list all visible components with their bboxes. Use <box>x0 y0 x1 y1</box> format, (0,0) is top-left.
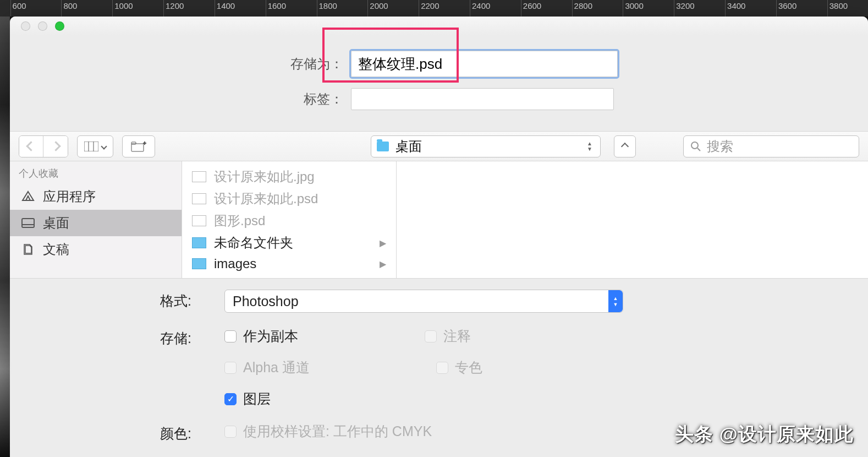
collapse-button[interactable] <box>614 135 636 157</box>
format-select[interactable]: Photoshop ▲▼ <box>224 290 623 313</box>
svg-rect-0 <box>84 142 98 151</box>
ruler-tick: 1400 <box>215 0 235 17</box>
file-item[interactable]: images▶ <box>182 254 396 274</box>
browser-toolbar: 桌面 ▲▼ 搜索 <box>10 131 868 161</box>
sidebar-icon <box>21 243 35 255</box>
folder-icon <box>377 142 389 151</box>
ruler-tick: 3200 <box>674 0 694 17</box>
ruler-tick: 1200 <box>163 0 184 17</box>
layers-check[interactable]: ✓图层 <box>224 390 271 408</box>
updown-icon: ▲▼ <box>585 142 595 151</box>
file-column: 设计原来如此.jpg设计原来如此.psd图形.psd未命名文件夹▶images▶ <box>182 161 397 278</box>
file-item: 设计原来如此.psd <box>182 188 396 210</box>
save-as-dialog: 存储为： 标签： 桌面 ▲▼ <box>10 17 868 457</box>
ruler-tick: 2400 <box>470 0 490 17</box>
minimize-icon[interactable] <box>38 21 47 31</box>
top-fields: 存储为： 标签： <box>10 35 868 131</box>
ruler-tick: 2600 <box>521 0 541 17</box>
folder-plus-icon <box>131 141 146 152</box>
svg-line-8 <box>697 148 700 151</box>
location-select[interactable]: 桌面 ▲▼ <box>371 135 601 157</box>
alpha-check: Alpha 通道 <box>224 358 310 377</box>
tags-label: 标签： <box>10 90 351 108</box>
ruler-tick: 800 <box>61 0 77 17</box>
new-folder-button[interactable] <box>122 135 155 157</box>
notes-check: 注释 <box>425 327 471 345</box>
back-button[interactable] <box>19 136 43 157</box>
chevron-right-icon: ▶ <box>380 238 386 248</box>
file-item[interactable]: 未命名文件夹▶ <box>182 232 396 254</box>
as-copy-check[interactable]: 作为副本 <box>224 327 298 345</box>
ruler-tick: 3000 <box>623 0 643 17</box>
color-label: 颜色: <box>43 422 224 443</box>
ruler-tick: 3600 <box>776 0 796 17</box>
preview-pane <box>397 161 868 278</box>
ruler-tick: 3800 <box>827 0 848 17</box>
sidebar-item-2[interactable]: 文稿 <box>10 236 182 263</box>
format-label: 格式: <box>43 290 224 310</box>
search-icon <box>690 141 701 152</box>
background-strip <box>0 17 10 457</box>
svg-point-7 <box>691 142 698 149</box>
search-placeholder: 搜索 <box>707 138 733 155</box>
sidebar-item-0[interactable]: 应用程序 <box>10 183 182 210</box>
file-item: 图形.psd <box>182 210 396 232</box>
sidebar: 个人收藏 应用程序桌面文稿 <box>10 161 182 278</box>
file-icon <box>192 171 206 182</box>
stepper-icon: ▲▼ <box>608 290 623 312</box>
document-ruler: 6008001000120014001600180020002200240026… <box>0 0 868 17</box>
ruler-tick: 1800 <box>317 0 337 17</box>
ruler-tick: 2000 <box>367 0 388 17</box>
storage-label: 存储: <box>43 327 224 347</box>
view-mode-button[interactable] <box>77 135 113 157</box>
spot-check: 专色 <box>436 358 482 377</box>
location-name: 桌面 <box>395 138 578 155</box>
window-titlebar <box>10 17 868 35</box>
filename-input[interactable] <box>351 51 618 77</box>
file-browser: 个人收藏 应用程序桌面文稿 设计原来如此.jpg设计原来如此.psd图形.psd… <box>10 161 868 279</box>
ruler-tick: 1000 <box>112 0 133 17</box>
save-as-label: 存储为： <box>10 55 351 73</box>
watermark: 头条 @设计原来如此 <box>675 422 854 447</box>
sidebar-icon <box>21 217 35 229</box>
forward-button[interactable] <box>43 136 68 157</box>
file-icon <box>192 215 206 226</box>
folder-icon <box>192 258 206 269</box>
ruler-tick: 2200 <box>419 0 439 17</box>
format-value: Photoshop <box>233 293 299 309</box>
search-input[interactable]: 搜索 <box>683 135 859 157</box>
folder-icon <box>192 237 206 248</box>
sidebar-item-1[interactable]: 桌面 <box>10 210 182 236</box>
svg-rect-3 <box>131 144 144 151</box>
ruler-tick: 3400 <box>725 0 745 17</box>
ruler-tick: 600 <box>10 0 26 17</box>
ruler-tick: 2800 <box>572 0 592 17</box>
chevron-right-icon: ▶ <box>380 259 386 269</box>
ruler-tick: 1600 <box>266 0 286 17</box>
sidebar-header: 个人收藏 <box>10 161 182 183</box>
nav-segment <box>19 135 68 157</box>
file-icon <box>192 193 206 204</box>
svg-rect-9 <box>22 219 34 227</box>
columns-icon <box>84 142 98 151</box>
close-icon[interactable] <box>21 21 30 31</box>
file-item: 设计原来如此.jpg <box>182 166 396 188</box>
tags-input[interactable] <box>351 88 614 110</box>
sidebar-icon <box>21 191 35 203</box>
maximize-icon[interactable] <box>55 21 64 31</box>
